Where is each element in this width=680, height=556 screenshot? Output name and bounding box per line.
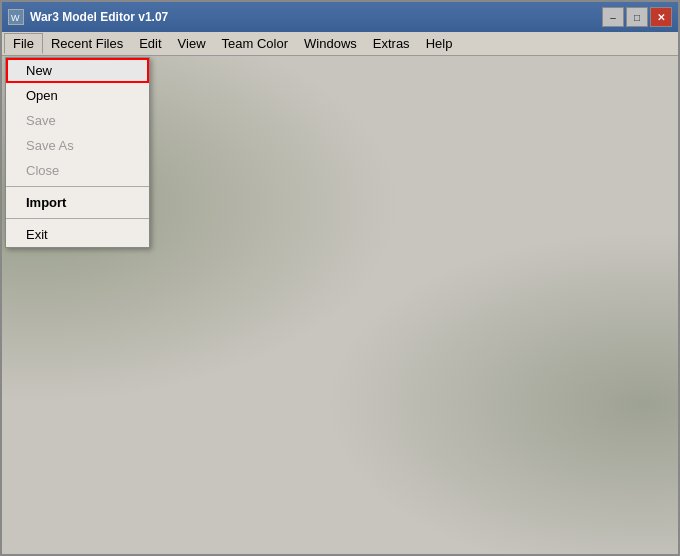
menu-view[interactable]: View (170, 34, 214, 53)
file-dropdown-menu: New Open Save Save As Close Import Exit (5, 57, 150, 248)
app-icon: W (8, 9, 24, 25)
title-bar-left: W War3 Model Editor v1.07 (8, 9, 168, 25)
app-window: W War3 Model Editor v1.07 – □ ✕ File New… (0, 0, 680, 556)
menu-team-color[interactable]: Team Color (214, 34, 296, 53)
file-menu-save-as: Save As (6, 133, 149, 158)
title-buttons: – □ ✕ (602, 7, 672, 27)
file-menu-save: Save (6, 108, 149, 133)
menu-separator-2 (6, 218, 149, 219)
menu-bar: File New Open Save Save As Close Import … (2, 32, 678, 56)
file-menu-open[interactable]: Open (6, 83, 149, 108)
menu-extras[interactable]: Extras (365, 34, 418, 53)
title-bar: W War3 Model Editor v1.07 – □ ✕ (2, 2, 678, 32)
svg-text:W: W (11, 13, 20, 23)
minimize-button[interactable]: – (602, 7, 624, 27)
menu-separator-1 (6, 186, 149, 187)
file-menu-new[interactable]: New (6, 58, 149, 83)
maximize-button[interactable]: □ (626, 7, 648, 27)
window-title: War3 Model Editor v1.07 (30, 10, 168, 24)
close-button[interactable]: ✕ (650, 7, 672, 27)
menu-edit[interactable]: Edit (131, 34, 169, 53)
file-menu-close: Close (6, 158, 149, 183)
file-menu-import[interactable]: Import (6, 190, 149, 215)
menu-file[interactable]: File New Open Save Save As Close Import … (4, 33, 43, 54)
menu-windows[interactable]: Windows (296, 34, 365, 53)
menu-recent-files[interactable]: Recent Files (43, 34, 131, 53)
file-menu-exit[interactable]: Exit (6, 222, 149, 247)
menu-help[interactable]: Help (418, 34, 461, 53)
